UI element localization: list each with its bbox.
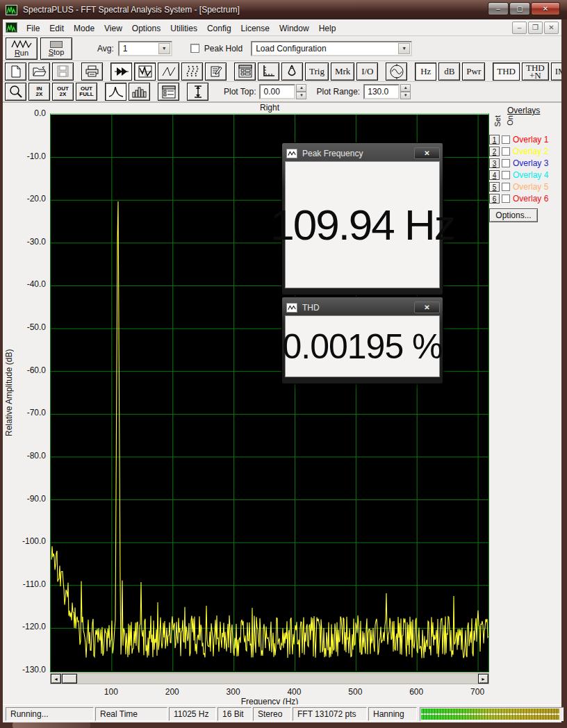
menu-item-options[interactable]: Options: [127, 22, 165, 35]
avg-select[interactable]: 1 ▼: [118, 41, 172, 56]
chevron-down-icon[interactable]: ▼: [398, 43, 410, 54]
db-button[interactable]: dB: [438, 63, 460, 81]
overlay-label-6: Overlay 6: [513, 194, 548, 204]
x-tick: 700: [470, 687, 484, 697]
peak-frequency-window[interactable]: Peak Frequency ✕ 109.94 Hz: [281, 142, 443, 295]
mdi-restore-icon[interactable]: ❐: [528, 22, 543, 34]
print-icon[interactable]: [81, 63, 103, 81]
plot-top-stepper[interactable]: ▲ ▼: [296, 84, 306, 99]
save-icon[interactable]: [52, 63, 74, 81]
menu-item-help[interactable]: Help: [314, 22, 341, 35]
peak-frequency-title: Peak Frequency: [302, 149, 363, 158]
notes-icon[interactable]: [205, 63, 227, 81]
hz-button[interactable]: Hz: [415, 63, 436, 81]
zoom-in-2x-icon[interactable]: IN 2X: [28, 83, 50, 101]
zoom-icon[interactable]: [5, 83, 26, 101]
spin-up-icon[interactable]: ▲: [296, 84, 306, 92]
x-tick: 400: [287, 687, 301, 697]
generator-icon[interactable]: [386, 63, 407, 81]
ruler-icon[interactable]: [258, 63, 279, 81]
load-configuration-select[interactable]: Load Configuration ▼: [251, 41, 412, 56]
resize-handle[interactable]: [13, 722, 90, 728]
spectrogram-icon[interactable]: [181, 63, 203, 81]
peak-hold-checkbox[interactable]: [190, 44, 199, 53]
window-title: SpectraPLUS - FFT Spectral Analysis Syst…: [23, 5, 240, 15]
plot-range-stepper[interactable]: ▲ ▼: [400, 84, 411, 99]
overlay-on-checkbox-3[interactable]: [502, 159, 510, 167]
spin-down-icon[interactable]: ▼: [400, 92, 411, 99]
close-icon[interactable]: ✕: [414, 301, 440, 313]
peak-frequency-titlebar[interactable]: Peak Frequency ✕: [285, 145, 440, 161]
calipers-icon[interactable]: [281, 63, 303, 81]
pwr-button[interactable]: Pwr: [462, 63, 485, 81]
overlay-on-checkbox-6[interactable]: [502, 195, 510, 203]
imd-button[interactable]: IMD: [551, 63, 561, 81]
chevron-down-icon[interactable]: ▼: [158, 43, 170, 54]
minimize-icon[interactable]: –: [488, 2, 509, 15]
mrk-button[interactable]: Mrk: [331, 63, 354, 81]
scroll-right-icon[interactable]: ►: [478, 674, 488, 684]
peak-curve-icon[interactable]: [105, 83, 126, 101]
y-tick: -130.0: [4, 665, 46, 675]
menu-item-utilities[interactable]: Utilities: [165, 22, 202, 35]
fast-forward-icon[interactable]: [110, 63, 132, 81]
menu-item-mode[interactable]: Mode: [69, 22, 99, 35]
plot-options-icon[interactable]: [158, 83, 179, 101]
mdi-minimize-icon[interactable]: –: [512, 22, 527, 34]
overlay-set-button-3[interactable]: 3: [489, 158, 500, 168]
overlay-on-checkbox-4[interactable]: [502, 171, 510, 179]
thdn-button[interactable]: THD +N: [522, 63, 549, 81]
close-icon[interactable]: ✕: [414, 147, 440, 159]
overlay-on-checkbox-5[interactable]: [502, 183, 510, 191]
overlay-set-button-2[interactable]: 2: [489, 147, 500, 156]
display-settings-icon[interactable]: [234, 63, 256, 81]
overlay-set-button-5[interactable]: 5: [489, 182, 500, 192]
open-folder-icon[interactable]: [28, 63, 50, 81]
trig-button[interactable]: Trig: [305, 63, 329, 81]
io-button[interactable]: I/O: [356, 63, 378, 81]
plot-range-input[interactable]: 130.0: [363, 84, 400, 99]
zoom-out-full-icon[interactable]: OUT FULL: [76, 83, 97, 101]
scrollbar-thumb[interactable]: [62, 674, 77, 684]
scroll-left-icon[interactable]: ◄: [51, 674, 61, 684]
menu-item-view[interactable]: View: [99, 22, 127, 35]
overlays-set-header: Set: [493, 115, 502, 127]
menu-item-window[interactable]: Window: [274, 22, 314, 35]
run-button[interactable]: Run: [6, 38, 38, 60]
maximize-icon[interactable]: ▢: [509, 2, 530, 15]
overlay-set-button-6[interactable]: 6: [489, 194, 500, 204]
run-label: Run: [15, 49, 28, 57]
toolbar-zoom: IN 2X OUT 2X OUT FULL Plot Top: 0.00 ▲ ▼…: [3, 82, 561, 103]
overlay-set-button-4[interactable]: 4: [489, 170, 500, 180]
thd-titlebar[interactable]: THD ✕: [285, 299, 440, 315]
overlay-set-button-1[interactable]: 1: [489, 135, 500, 144]
new-document-icon[interactable]: [5, 63, 26, 81]
thd-window[interactable]: THD ✕ 0.00195 %: [281, 297, 443, 384]
app-icon: [6, 5, 17, 15]
document-icon[interactable]: [6, 22, 17, 33]
vertical-scale-icon[interactable]: [187, 83, 208, 101]
menu-item-file[interactable]: File: [22, 22, 44, 35]
menu-item-license[interactable]: License: [236, 22, 274, 35]
sine-icon: [11, 40, 32, 49]
plot-h-scrollbar[interactable]: ◄ ►: [50, 673, 489, 684]
y-tick: -20.0: [4, 194, 46, 204]
mdi-close-icon[interactable]: ✕: [544, 22, 559, 34]
spin-up-icon[interactable]: ▲: [400, 84, 411, 92]
spectrum-chart-icon[interactable]: [134, 63, 156, 81]
close-icon[interactable]: ✕: [531, 2, 560, 15]
menu-item-config[interactable]: Config: [202, 22, 236, 35]
menu-item-edit[interactable]: Edit: [44, 22, 69, 35]
overlays-options-button[interactable]: Options...: [489, 208, 538, 222]
zoom-out-2x-icon[interactable]: OUT 2X: [52, 83, 74, 101]
bar-graph-icon[interactable]: [129, 83, 150, 101]
spin-down-icon[interactable]: ▼: [296, 92, 306, 99]
overlay-on-checkbox-1[interactable]: [502, 135, 510, 144]
stop-button[interactable]: Stop: [40, 38, 72, 60]
overlay-on-checkbox-2[interactable]: [502, 147, 510, 156]
waveform-icon[interactable]: [158, 63, 179, 81]
plot-top-input[interactable]: 0.00: [259, 84, 295, 99]
thd-button[interactable]: THD: [493, 63, 520, 81]
y-tick: -30.0: [4, 237, 46, 247]
x-tick: 200: [165, 687, 179, 697]
